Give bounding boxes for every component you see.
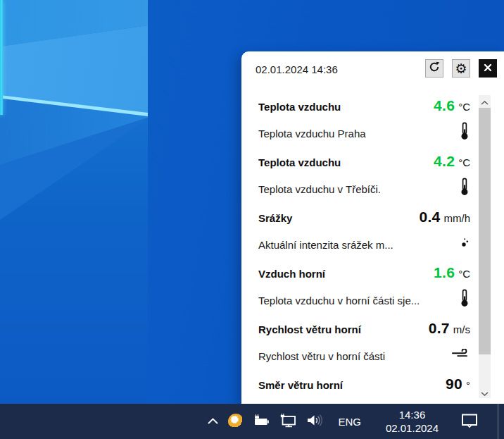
taskbar-date: 02.01.2024 <box>386 421 439 435</box>
desktop: 02.01.2024 14:36 ⚙ <box>0 0 504 439</box>
sensor-value: 4.6°C <box>434 97 470 114</box>
action-center-button[interactable] <box>460 404 479 439</box>
chevron-up-icon <box>481 95 489 108</box>
show-desktop-button[interactable] <box>498 404 498 439</box>
sensor-description: Aktuální intenzita srážek m... <box>258 239 393 251</box>
sensor-title: Rychlost větru horní <box>258 323 361 335</box>
thermometer-icon <box>451 178 470 196</box>
scroll-down-button[interactable] <box>479 386 491 398</box>
battery-charging-icon <box>253 413 270 430</box>
sensor-title: Teplota vzduchu <box>258 156 341 168</box>
wind-icon <box>451 345 470 363</box>
volume-icon <box>306 414 325 430</box>
sensor-description: Teplota vzduchu v horní části sje... <box>258 295 420 307</box>
sensor-row[interactable]: Teplota vzduchu 4.2°C Teplota vzduchu v … <box>258 151 470 206</box>
battery-status-button[interactable] <box>253 404 270 439</box>
taskbar: ENG 14:36 02.01.2024 <box>0 404 504 439</box>
sensor-value: 0.4mm/h <box>419 209 470 225</box>
volume-button[interactable] <box>306 404 325 439</box>
sensor-value-number: 90 <box>446 376 462 392</box>
scrollbar-thumb[interactable] <box>479 108 491 354</box>
chevron-down-icon <box>481 386 489 399</box>
action-center-icon <box>460 412 479 431</box>
sensor-value-unit: ° <box>466 379 470 391</box>
close-icon <box>484 62 492 75</box>
tray-app-button[interactable] <box>228 404 244 439</box>
drizzle-icon <box>451 233 470 252</box>
sensor-row[interactable]: Rychlost větru horní 0.7m/s Rychlost vět… <box>258 318 470 373</box>
sensor-description: Rychlost větru v horní části <box>258 350 385 362</box>
sensor-value: 90° <box>446 376 470 392</box>
sensor-title: Směr větru horní <box>258 379 343 391</box>
settings-button[interactable]: ⚙ <box>452 59 470 78</box>
system-tray: ENG 14:36 02.01.2024 <box>207 404 504 439</box>
language-indicator[interactable]: ENG <box>334 404 365 439</box>
sensor-value-unit: °C <box>458 268 470 280</box>
sensor-title: Teplota vzduchu <box>258 101 341 113</box>
taskbar-clock[interactable]: 14:36 02.01.2024 <box>386 408 439 435</box>
panel-header: 02.01.2024 14:36 ⚙ <box>241 51 504 95</box>
sensor-title: Srážky <box>258 212 292 224</box>
wallpaper-beams <box>0 0 148 404</box>
gear-icon: ⚙ <box>455 62 467 75</box>
thermometer-icon <box>451 122 470 140</box>
close-button[interactable] <box>479 59 497 78</box>
sensor-description: Teplota vzduchu v Třebíči. <box>258 183 381 195</box>
app-ring-icon <box>228 414 244 429</box>
taskbar-time: 14:36 <box>386 408 439 422</box>
sensor-row[interactable]: Srážky 0.4mm/h Aktuální intenzita srážek… <box>258 206 470 262</box>
weather-widget-panel: 02.01.2024 14:36 ⚙ <box>241 51 504 404</box>
network-ethernet-icon <box>279 413 297 431</box>
sensor-title: Vzduch horní <box>258 268 325 280</box>
sensor-list: Teplota vzduchu 4.6°C Teplota vzduchu Pr… <box>258 95 470 404</box>
panel-datetime: 02.01.2024 14:36 <box>256 63 338 75</box>
sensor-value-number: 0.4 <box>419 209 440 225</box>
sensor-value: 1.6°C <box>434 264 470 281</box>
sensor-value-unit: °C <box>458 101 470 113</box>
sensor-value-number: 0.7 <box>429 320 450 336</box>
sensor-value-unit: m/s <box>453 323 470 335</box>
sensor-value-number: 1.6 <box>434 264 455 280</box>
sensor-value: 4.2°C <box>434 153 470 170</box>
refresh-icon <box>428 61 441 76</box>
show-hidden-icons-button[interactable] <box>207 404 219 439</box>
chevron-up-icon <box>207 415 219 428</box>
sensor-row[interactable]: Teplota vzduchu 4.6°C Teplota vzduchu Pr… <box>258 95 470 151</box>
wallpaper-cyan-edge <box>0 0 3 115</box>
sensor-description: Teplota vzduchu Praha <box>258 128 366 140</box>
sensor-row[interactable]: Směr větru horní 90° <box>258 373 470 404</box>
sensor-value-number: 4.2 <box>434 153 455 169</box>
sensor-value-unit: °C <box>458 156 470 168</box>
refresh-button[interactable] <box>425 59 443 78</box>
sensor-row[interactable]: Vzduch horní 1.6°C Teplota vzduchu v hor… <box>258 262 470 318</box>
scroll-up-button[interactable] <box>479 95 491 107</box>
scrollbar[interactable] <box>479 95 491 398</box>
thermometer-icon <box>451 289 470 307</box>
sensor-value-number: 4.6 <box>434 97 455 113</box>
sensor-value: 0.7m/s <box>429 320 470 337</box>
sensor-value-unit: mm/h <box>444 212 471 224</box>
network-status-button[interactable] <box>279 404 297 439</box>
